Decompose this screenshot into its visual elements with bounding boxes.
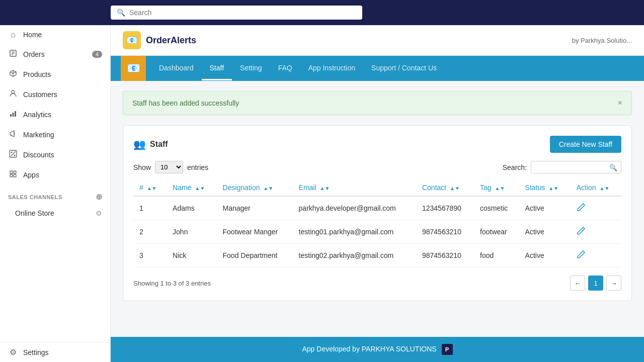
cell-email: testing02.parkhya@gmail.com: [293, 244, 416, 267]
cell-email: testing01.parkhya@gmail.com: [293, 220, 416, 244]
search-input[interactable]: [129, 9, 356, 17]
cell-num: 1: [133, 196, 167, 220]
sidebar-item-analytics[interactable]: Analytics: [0, 105, 110, 125]
footer-logo: P: [442, 344, 453, 355]
tab-app-instruction[interactable]: App Instruction: [300, 57, 363, 80]
footer: App Developed by PARKHYA SOLUTIONS P: [111, 337, 644, 362]
sidebar-label-apps: Apps: [23, 171, 39, 179]
staff-title-text: Staff: [150, 140, 168, 149]
settings-gear-icon[interactable]: ⚙: [96, 209, 102, 217]
home-icon: ⌂: [8, 30, 18, 39]
staff-card: 👥 Staff Create New Staff Show 10 25 50 1…: [123, 125, 632, 301]
footer-text: App Developed by PARKHYA SOLUTIONS: [302, 345, 436, 353]
edit-button[interactable]: [577, 205, 586, 213]
col-header-contact[interactable]: Contact ▲▼: [416, 179, 474, 196]
cell-name: Adams: [167, 196, 216, 220]
edit-button[interactable]: [577, 228, 586, 237]
col-header-name[interactable]: Name ▲▼: [167, 179, 216, 196]
tab-staff[interactable]: Staff: [202, 57, 232, 80]
cell-action: [571, 196, 621, 220]
cell-status: Active: [519, 244, 571, 267]
entries-label: entries: [187, 163, 208, 171]
create-new-staff-button[interactable]: Create New Staff: [550, 136, 621, 153]
svg-point-9: [14, 155, 16, 156]
sidebar-label-orders: Orders: [23, 50, 45, 58]
sidebar-item-orders[interactable]: Orders 4: [0, 44, 110, 64]
cell-num: 2: [133, 220, 167, 244]
table-search-box: Search: 🔍: [503, 161, 621, 173]
tab-dashboard[interactable]: Dashboard: [151, 57, 202, 80]
cell-designation: Food Department: [217, 244, 293, 267]
next-page-button[interactable]: →: [606, 276, 621, 291]
sidebar-item-home[interactable]: ⌂ Home: [0, 25, 110, 44]
col-header-designation[interactable]: Designation ▲▼: [217, 179, 293, 196]
sidebar-item-customers[interactable]: Customers: [0, 84, 110, 105]
success-alert: Staff has been added successfully ×: [123, 91, 632, 115]
col-header-action[interactable]: Action ▲▼: [571, 179, 621, 196]
sidebar-label-home: Home: [23, 31, 42, 39]
sidebar-label-discounts: Discounts: [23, 151, 54, 159]
table-row: 2 John Footwear Manger testing01.parkhya…: [133, 220, 621, 244]
col-header-tag[interactable]: Tag ▲▼: [474, 179, 519, 196]
showing-text: Showing 1 to 3 of 3 entries: [133, 280, 211, 287]
sidebar-item-discounts[interactable]: Discounts: [0, 145, 110, 165]
staff-table: # ▲▼ Name ▲▼ Designation ▲▼ Email ▲▼ Con…: [133, 179, 621, 267]
pagination-row: Showing 1 to 3 of 3 entries ← 1 →: [133, 276, 621, 291]
orders-icon: [8, 49, 18, 59]
col-header-num[interactable]: # ▲▼: [133, 179, 167, 196]
cell-tag: cosmetic: [474, 196, 519, 220]
prev-page-button[interactable]: ←: [570, 276, 585, 291]
tab-bar: 📧 Dashboard Staff Setting FAQ App Instru…: [111, 56, 644, 81]
table-search-input[interactable]: [531, 161, 621, 173]
cell-tag: footwear: [474, 220, 519, 244]
svg-rect-5: [10, 114, 12, 117]
entries-select[interactable]: 10 25 50 100: [155, 161, 183, 173]
page-1-button[interactable]: 1: [588, 276, 603, 291]
alert-close-button[interactable]: ×: [618, 99, 622, 108]
svg-rect-14: [10, 174, 13, 177]
cell-contact: 9874563210: [416, 220, 474, 244]
show-label: Show: [133, 163, 151, 171]
svg-rect-6: [13, 113, 14, 117]
col-header-email[interactable]: Email ▲▼: [293, 179, 416, 196]
tab-setting[interactable]: Setting: [232, 57, 270, 80]
table-controls: Show 10 25 50 100 entries Search:: [133, 161, 621, 173]
app-header: 📧 OrderAlerts by Parkhya Solutio...: [111, 25, 644, 56]
sidebar-label-analytics: Analytics: [23, 111, 51, 119]
sidebar-item-products[interactable]: Products: [0, 64, 110, 84]
sidebar-item-marketing[interactable]: Marketing: [0, 125, 110, 145]
tab-faq[interactable]: FAQ: [270, 57, 300, 80]
customers-icon: [8, 89, 18, 100]
orders-badge: 4: [92, 51, 102, 58]
sidebar-item-settings[interactable]: ⚙ Settings: [0, 342, 110, 362]
cell-name: John: [167, 220, 216, 244]
staff-card-title: 👥 Staff: [133, 138, 168, 150]
edit-button[interactable]: [577, 252, 586, 260]
top-bar: 🔍: [0, 0, 644, 25]
cell-status: Active: [519, 196, 571, 220]
table-row: 3 Nick Food Department testing02.parkhya…: [133, 244, 621, 267]
sidebar-label-products: Products: [23, 70, 51, 78]
svg-point-4: [12, 90, 15, 94]
app-logo: 📧: [123, 31, 141, 49]
sidebar-item-apps[interactable]: Apps: [0, 165, 110, 185]
products-icon: [8, 69, 18, 79]
cell-status: Active: [519, 220, 571, 244]
svg-rect-12: [10, 171, 13, 173]
cell-name: Nick: [167, 244, 216, 267]
alert-message: Staff has been added successfully: [132, 99, 239, 107]
app-title: OrderAlerts: [146, 35, 196, 46]
search-icon: 🔍: [117, 9, 125, 17]
svg-rect-15: [14, 174, 16, 177]
discounts-icon: [8, 150, 18, 160]
app-header-left: 📧 OrderAlerts: [123, 31, 196, 49]
staff-users-icon: 👥: [133, 138, 146, 150]
search-container[interactable]: 🔍: [111, 6, 362, 20]
tab-support[interactable]: Support / Contact Us: [363, 57, 445, 80]
cell-contact: 9874563210: [416, 244, 474, 267]
add-sales-channel-icon[interactable]: ⊕: [96, 192, 103, 202]
sidebar-settings: ⚙ Settings: [0, 342, 110, 362]
sidebar-item-online-store[interactable]: Online Store ⚙: [0, 205, 110, 222]
col-header-status[interactable]: Status ▲▼: [519, 179, 571, 196]
settings-icon: ⚙: [8, 347, 18, 357]
